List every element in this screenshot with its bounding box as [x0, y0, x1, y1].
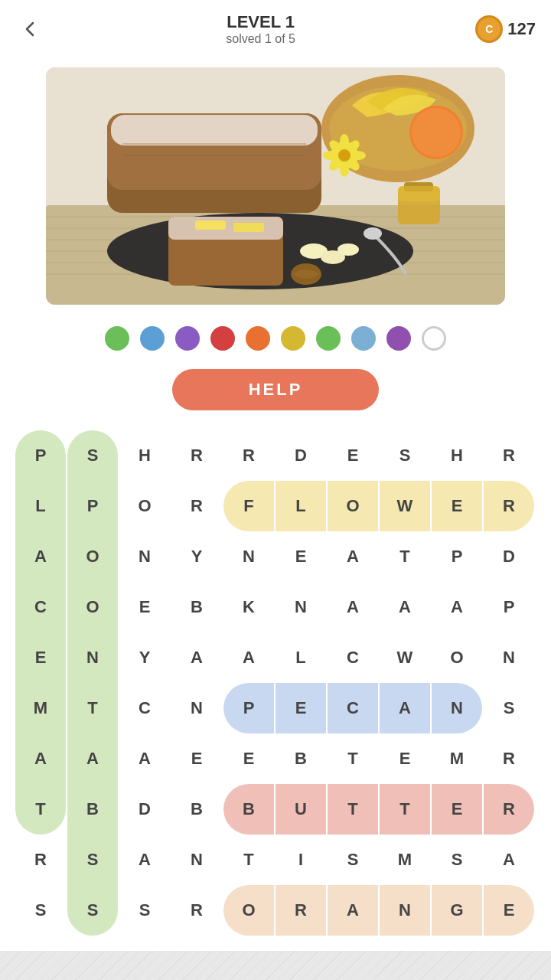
cell-9-0[interactable]: S — [15, 885, 66, 936]
cell-5-3[interactable]: N — [171, 683, 222, 733]
cell-4-9[interactable]: N — [484, 632, 534, 683]
help-button[interactable]: HELP — [172, 369, 380, 410]
cell-0-2[interactable]: H — [119, 430, 170, 481]
cell-3-1[interactable]: O — [67, 582, 118, 632]
cell-0-9[interactable]: R — [484, 430, 534, 481]
cell-7-7[interactable]: T — [380, 784, 430, 835]
cell-2-7[interactable]: T — [380, 531, 430, 582]
cell-9-8[interactable]: G — [432, 885, 482, 936]
cell-5-0[interactable]: M — [15, 683, 66, 733]
cell-7-1[interactable]: B — [67, 784, 118, 835]
cell-8-1[interactable]: S — [67, 835, 118, 885]
cell-1-9[interactable]: R — [484, 481, 534, 531]
cell-6-7[interactable]: E — [380, 733, 430, 784]
cell-0-8[interactable]: H — [432, 430, 482, 481]
cell-9-9[interactable]: E — [484, 885, 534, 936]
cell-6-2[interactable]: A — [119, 733, 170, 784]
color-dot-2[interactable] — [175, 326, 200, 351]
cell-4-7[interactable]: W — [380, 632, 430, 683]
cell-9-4[interactable]: O — [223, 885, 274, 936]
cell-1-3[interactable]: R — [171, 481, 222, 531]
cell-4-2[interactable]: Y — [119, 632, 170, 683]
cell-9-7[interactable]: N — [380, 885, 430, 936]
cell-7-3[interactable]: B — [171, 784, 222, 835]
cell-1-0[interactable]: L — [15, 481, 66, 531]
color-dot-7[interactable] — [351, 326, 376, 351]
cell-6-8[interactable]: M — [432, 733, 482, 784]
cell-0-5[interactable]: D — [276, 430, 326, 481]
cell-4-1[interactable]: N — [67, 632, 118, 683]
cell-6-6[interactable]: T — [328, 733, 378, 784]
cell-1-8[interactable]: E — [432, 481, 482, 531]
color-dot-3[interactable] — [210, 326, 235, 351]
cell-9-6[interactable]: A — [328, 885, 378, 936]
cell-5-7[interactable]: A — [380, 683, 430, 733]
cell-7-8[interactable]: E — [432, 784, 482, 835]
cell-1-4[interactable]: F — [223, 481, 274, 531]
cell-8-3[interactable]: N — [171, 835, 222, 885]
cell-7-2[interactable]: D — [119, 784, 170, 835]
cell-9-2[interactable]: S — [119, 885, 170, 936]
cell-5-1[interactable]: T — [67, 683, 118, 733]
cell-0-6[interactable]: E — [328, 430, 378, 481]
cell-0-4[interactable]: R — [223, 430, 274, 481]
cell-5-6[interactable]: C — [328, 683, 378, 733]
cell-9-1[interactable]: S — [67, 885, 118, 936]
cell-8-5[interactable]: I — [276, 835, 326, 885]
cell-1-6[interactable]: O — [328, 481, 378, 531]
cell-2-5[interactable]: E — [276, 531, 326, 582]
cell-2-8[interactable]: P — [432, 531, 482, 582]
cell-1-5[interactable]: L — [276, 481, 326, 531]
cell-2-1[interactable]: O — [67, 531, 118, 582]
color-dot-1[interactable] — [140, 326, 165, 351]
cell-4-3[interactable]: A — [171, 632, 222, 683]
cell-3-3[interactable]: B — [171, 582, 222, 632]
cell-3-5[interactable]: N — [276, 582, 326, 632]
cell-7-9[interactable]: R — [484, 784, 534, 835]
cell-8-7[interactable]: M — [380, 835, 430, 885]
cell-3-6[interactable]: A — [328, 582, 378, 632]
cell-7-6[interactable]: T — [328, 784, 378, 835]
cell-2-4[interactable]: N — [223, 531, 274, 582]
cell-2-3[interactable]: Y — [171, 531, 222, 582]
color-dot-0[interactable] — [105, 326, 129, 351]
cell-6-9[interactable]: R — [484, 733, 534, 784]
cell-2-2[interactable]: N — [119, 531, 170, 582]
cell-8-4[interactable]: T — [223, 835, 274, 885]
cell-7-5[interactable]: U — [276, 784, 326, 835]
color-dot-5[interactable] — [281, 326, 305, 351]
cell-0-3[interactable]: R — [171, 430, 222, 481]
color-dot-6[interactable] — [316, 326, 341, 351]
cell-6-0[interactable]: A — [15, 733, 66, 784]
cell-6-5[interactable]: B — [276, 733, 326, 784]
cell-9-5[interactable]: R — [276, 885, 326, 936]
cell-7-0[interactable]: T — [15, 784, 66, 835]
cell-8-8[interactable]: S — [432, 835, 482, 885]
cell-6-1[interactable]: A — [67, 733, 118, 784]
cell-9-3[interactable]: R — [171, 885, 222, 936]
cell-8-2[interactable]: A — [119, 835, 170, 885]
cell-5-5[interactable]: E — [276, 683, 326, 733]
cell-7-4[interactable]: B — [223, 784, 274, 835]
cell-8-0[interactable]: R — [15, 835, 66, 885]
cell-1-7[interactable]: W — [380, 481, 430, 531]
cell-2-6[interactable]: A — [328, 531, 378, 582]
cell-3-8[interactable]: A — [432, 582, 482, 632]
cell-0-0[interactable]: P — [15, 430, 66, 481]
back-button[interactable] — [15, 14, 46, 44]
cell-0-7[interactable]: S — [380, 430, 430, 481]
cell-4-5[interactable]: L — [276, 632, 326, 683]
cell-4-0[interactable]: E — [15, 632, 66, 683]
cell-1-2[interactable]: O — [119, 481, 170, 531]
color-dot-9[interactable] — [422, 326, 446, 351]
cell-8-9[interactable]: A — [484, 835, 534, 885]
cell-3-2[interactable]: E — [119, 582, 170, 632]
coins-display[interactable]: C 127 — [475, 15, 536, 43]
cell-0-1[interactable]: S — [67, 430, 118, 481]
cell-2-0[interactable]: A — [15, 531, 66, 582]
cell-3-7[interactable]: A — [380, 582, 430, 632]
cell-8-6[interactable]: S — [328, 835, 378, 885]
cell-5-4[interactable]: P — [223, 683, 274, 733]
cell-4-8[interactable]: O — [432, 632, 482, 683]
cell-5-9[interactable]: S — [484, 683, 534, 733]
